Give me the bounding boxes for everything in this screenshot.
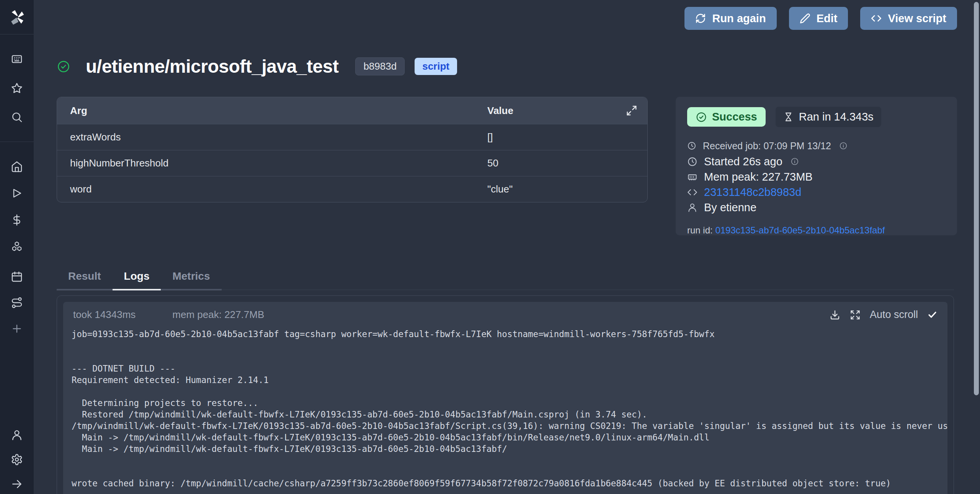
dollar-icon[interactable] bbox=[11, 214, 23, 226]
duration-label: Ran in 14.343s bbox=[799, 111, 874, 123]
arg-name: word bbox=[57, 183, 487, 195]
status-row: Success Ran in 14.343s bbox=[687, 107, 946, 127]
success-label: Success bbox=[712, 111, 757, 123]
view-script-button[interactable]: View script bbox=[860, 7, 957, 30]
run-again-button[interactable]: Run again bbox=[684, 7, 776, 30]
check-circle-icon bbox=[696, 111, 707, 123]
pencil-icon bbox=[800, 13, 810, 24]
tab-logs[interactable]: Logs bbox=[113, 270, 161, 290]
arg-name: highNumberThreshold bbox=[57, 157, 487, 169]
version-badge: b8983d bbox=[355, 57, 405, 75]
mem-peak-text: Mem peak: 227.73MB bbox=[704, 171, 813, 183]
settings-gear-icon[interactable] bbox=[11, 453, 23, 466]
started-row: Started 26s ago bbox=[687, 154, 946, 169]
sidebar-group-secondary bbox=[0, 253, 34, 335]
sidebar-group-top bbox=[0, 34, 34, 142]
code-icon bbox=[871, 13, 882, 24]
script-hash-link[interactable]: 23131148c2b8983d bbox=[704, 186, 801, 199]
mem-peak-row: Mem peak: 227.73MB bbox=[687, 169, 946, 184]
top-action-buttons: Run again Edit View script bbox=[684, 7, 957, 30]
tabs-bar: Result Logs Metrics bbox=[57, 270, 954, 290]
tabs: Result Logs Metrics bbox=[57, 270, 222, 290]
by-user-text: By etienne bbox=[704, 201, 756, 214]
page-scrollbar-thumb[interactable] bbox=[974, 2, 979, 395]
tab-result[interactable]: Result bbox=[57, 270, 113, 290]
tab-metrics[interactable]: Metrics bbox=[161, 270, 221, 290]
user-icon[interactable] bbox=[11, 429, 23, 441]
run-id-row: run id: 0193c135-ab7d-60e5-2b10-04b5ac13… bbox=[687, 225, 946, 236]
expand-args-icon[interactable] bbox=[626, 105, 637, 116]
hourglass-icon bbox=[783, 112, 794, 122]
search-icon[interactable] bbox=[11, 111, 23, 123]
job-info-panel: Success Ran in 14.343s Received job: 07:… bbox=[676, 97, 957, 235]
table-row[interactable]: word "clue" bbox=[57, 176, 647, 202]
clock-icon bbox=[687, 141, 696, 150]
log-mem-peak: mem peak: 227.7MB bbox=[172, 309, 264, 321]
memory-icon bbox=[687, 172, 697, 182]
info-icon[interactable] bbox=[791, 157, 799, 166]
run-again-label: Run again bbox=[712, 12, 766, 25]
status-check-circle-icon bbox=[57, 60, 70, 73]
page-title: u/etienne/microsoft_java_test bbox=[86, 56, 338, 77]
refresh-icon bbox=[695, 13, 706, 24]
edit-button[interactable]: Edit bbox=[789, 7, 848, 30]
windmill-logo-icon bbox=[8, 8, 26, 26]
success-badge: Success bbox=[687, 107, 766, 127]
windmill-logo[interactable] bbox=[0, 0, 34, 34]
arg-value: "clue" bbox=[487, 183, 647, 195]
arg-value: 50 bbox=[487, 157, 647, 169]
auto-scroll-label: Auto scroll bbox=[870, 309, 918, 321]
title-row: u/etienne/microsoft_java_test b8983d scr… bbox=[57, 56, 457, 77]
log-card: took 14343ms mem peak: 227.7MB Auto scro… bbox=[57, 295, 954, 494]
log-text: job=0193c135-ab7d-60e5-2b10-04b5ac13fabf… bbox=[63, 324, 947, 489]
auto-scroll-checkbox[interactable] bbox=[927, 310, 938, 320]
by-user-row: By etienne bbox=[687, 200, 946, 215]
log-took: took 14343ms bbox=[73, 309, 136, 321]
arg-name: extraWords bbox=[57, 131, 487, 143]
args-table-header: Arg Value bbox=[57, 97, 647, 124]
duration-chip: Ran in 14.343s bbox=[776, 107, 881, 127]
play-icon[interactable] bbox=[11, 187, 23, 199]
table-row[interactable]: highNumberThreshold 50 bbox=[57, 150, 647, 176]
table-row[interactable]: extraWords [] bbox=[57, 124, 647, 150]
route-icon[interactable] bbox=[11, 297, 23, 309]
log-header: took 14343ms mem peak: 227.7MB Auto scro… bbox=[63, 302, 947, 324]
column-header-arg: Arg bbox=[57, 105, 487, 117]
run-id-label: run id: bbox=[687, 225, 715, 235]
sidebar bbox=[0, 0, 34, 494]
expand-log-icon[interactable] bbox=[850, 310, 861, 320]
star-icon[interactable] bbox=[11, 82, 23, 94]
arrow-right-icon[interactable] bbox=[11, 478, 23, 490]
calendar-icon[interactable] bbox=[11, 271, 23, 283]
boxes-icon[interactable] bbox=[11, 241, 23, 253]
code-icon bbox=[687, 187, 697, 197]
log-panel: took 14343ms mem peak: 227.7MB Auto scro… bbox=[63, 302, 947, 494]
run-id-link[interactable]: 0193c135-ab7d-60e5-2b10-04b5ac13fabf bbox=[715, 225, 885, 235]
clock-icon bbox=[687, 157, 697, 167]
script-hash-row: 23131148c2b8983d bbox=[687, 184, 946, 200]
received-job-text: Received job: 07:09 PM 13/12 bbox=[703, 140, 831, 152]
arg-value: [] bbox=[487, 131, 647, 143]
log-tools: Auto scroll bbox=[829, 309, 938, 321]
started-text: Started 26s ago bbox=[704, 155, 782, 168]
script-kind-badge: script bbox=[415, 58, 457, 75]
keyboard-icon[interactable] bbox=[11, 53, 23, 65]
home-icon[interactable] bbox=[11, 160, 23, 173]
info-icon[interactable] bbox=[839, 142, 848, 150]
view-script-label: View script bbox=[888, 12, 946, 25]
column-header-value: Value bbox=[487, 105, 647, 117]
sidebar-group-bottom bbox=[0, 429, 34, 494]
job-run-page: { "colors": { "page_bg": "#2b3240", "sid… bbox=[0, 0, 980, 494]
job-info-rows: Received job: 07:09 PM 13/12 Started 26s… bbox=[687, 138, 946, 215]
received-job-row: Received job: 07:09 PM 13/12 bbox=[687, 138, 946, 154]
sidebar-group-main bbox=[0, 142, 34, 253]
plus-icon[interactable] bbox=[11, 323, 23, 335]
args-table: Arg Value extraWords [] highNumberThresh… bbox=[57, 97, 648, 202]
download-icon[interactable] bbox=[829, 309, 841, 321]
edit-label: Edit bbox=[817, 12, 838, 25]
user-icon bbox=[687, 202, 697, 213]
